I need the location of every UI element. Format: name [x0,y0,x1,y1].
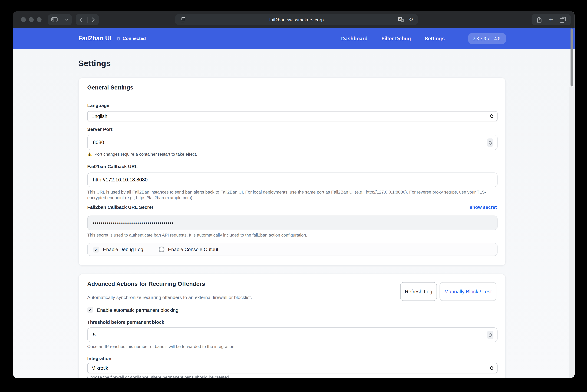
server-port-input[interactable] [87,135,497,150]
language-value: English [91,113,107,119]
tab-overview-icon[interactable] [560,17,566,23]
console-output-label: Enable Console Output [168,246,218,252]
browser-toolbar: fail2ban.swissmakers.corp A x ↻ [13,11,575,28]
chevron-down-icon[interactable] [65,18,69,21]
connection-status: Connected [117,36,146,41]
window-actions: + [531,14,571,25]
integration-select[interactable]: Mikrotik [87,363,497,373]
threshold-label: Threshold before permanent block [87,320,164,325]
checkbox-checked-icon[interactable]: ✓ [93,246,99,252]
callback-url-input[interactable] [87,172,497,187]
reload-icon[interactable]: ↻ [409,17,413,22]
translate-icon[interactable]: A x [398,17,404,22]
secret-input[interactable] [87,216,497,230]
auto-block-checkbox[interactable]: ✓ Enable automatic permanent blocking [87,307,178,313]
new-tab-icon[interactable]: + [549,16,553,23]
debug-log-checkbox[interactable]: ✓ Enable Debug Log [93,246,143,252]
threshold-help: Once an IP reaches this number of bans i… [87,344,497,350]
number-spinner-icon[interactable] [487,138,493,147]
section-subtitle: Automatically synchronize recurring offe… [87,295,252,300]
address-bar[interactable]: fail2ban.swissmakers.corp A x ↻ [175,14,418,25]
manually-block-test-button[interactable]: Manually Block / Test [439,282,496,301]
history-nav-controls [76,14,99,25]
close-window-button[interactable] [21,17,26,22]
url-text: fail2ban.swissmakers.corp [175,17,418,22]
page-content: Settings General Settings Language Engli… [13,49,575,378]
section-title: Advanced Actions for Recurring Offenders [87,281,205,288]
warning-icon [87,152,92,156]
status-label: Connected [123,36,146,41]
nav-item-dashboard[interactable]: Dashboard [341,36,367,42]
port-warning: Port changes require a container restart… [87,152,197,156]
nav-item-settings[interactable]: Settings [425,36,445,42]
callback-url-help: This URL is used by all Fail2Ban instanc… [87,189,497,200]
port-warning-text: Port changes require a container restart… [94,152,197,156]
app-navbar: Fail2ban UI Connected Dashboard Filter D… [13,28,575,49]
scrollbar-thumb[interactable] [570,28,573,86]
debug-log-label: Enable Debug Log [103,246,143,252]
forward-icon[interactable] [92,17,95,22]
nav-links: Dashboard Filter Debug Settings 23:07:40 [341,33,506,44]
select-stepper-icon [490,366,493,370]
general-settings-card: General Settings Language English Server… [78,78,506,266]
sidebar-controls [48,14,72,25]
integration-value: Mikrotik [91,365,108,371]
server-port-label: Server Port [87,127,113,132]
screen: fail2ban.swissmakers.corp A x ↻ [0,0,587,392]
show-secret-link[interactable]: show secret [470,205,497,210]
svg-text:x: x [402,19,403,22]
language-label: Language [87,103,109,108]
sidebar-toggle-icon[interactable] [51,17,58,22]
refresh-log-button[interactable]: Refresh Log [400,282,437,301]
divider [87,17,88,23]
back-icon[interactable] [79,17,83,22]
callback-url-label: Fail2ban Callback URL [87,164,138,169]
scrollbar-track[interactable] [569,87,575,378]
checkbox-unchecked-icon[interactable] [159,246,164,252]
browser-window: fail2ban.swissmakers.corp A x ↻ [13,11,575,378]
share-icon[interactable] [536,16,542,23]
nav-item-filter-debug[interactable]: Filter Debug [381,36,411,42]
log-options-panel: ✓ Enable Debug Log Enable Console Output [87,243,497,256]
select-stepper-icon [490,114,493,118]
checkbox-checked-icon[interactable]: ✓ [87,307,93,313]
language-select[interactable]: English [87,111,497,121]
integration-label: Integration [87,356,112,361]
auto-block-label: Enable automatic permanent blocking [97,307,178,313]
clock-badge: 23:07:40 [468,33,506,44]
console-output-checkbox[interactable]: Enable Console Output [159,246,218,252]
section-title: General Settings [87,84,133,91]
number-spinner-icon[interactable] [487,331,493,339]
secret-label: Fail2ban Callback URL Secret [87,205,153,210]
advanced-actions-card: Advanced Actions for Recurring Offenders… [78,274,506,378]
secret-help: This secret is used to authenticate ban … [87,232,497,238]
app-brand: Fail2ban UI [78,35,112,42]
threshold-input[interactable] [87,328,497,342]
page-title: Settings [78,59,111,68]
integration-help: Choose the firewall or appliance where p… [87,375,497,378]
status-ring-icon [117,37,120,40]
zoom-window-button[interactable] [37,17,42,22]
minimize-window-button[interactable] [29,17,34,22]
